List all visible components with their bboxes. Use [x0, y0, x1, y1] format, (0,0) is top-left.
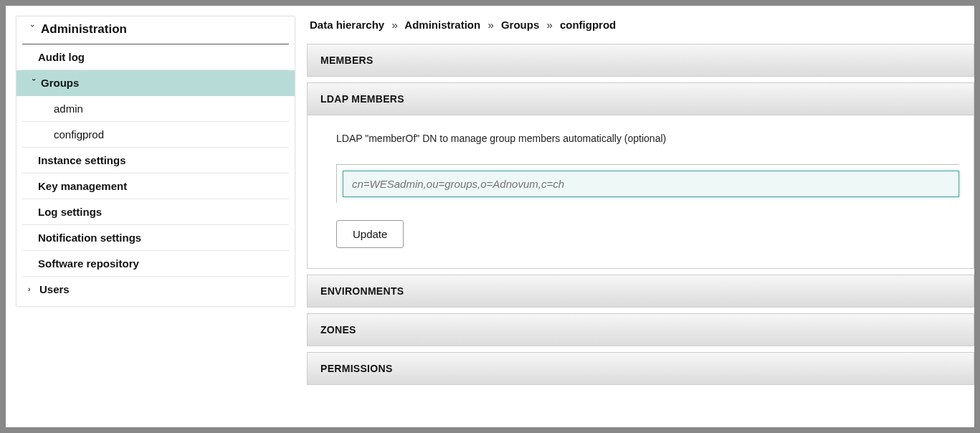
sidebar-section-label: Administration: [41, 22, 127, 37]
sidebar-item-audit-log[interactable]: Audit log: [22, 44, 289, 70]
sidebar-section-users[interactable]: › Users: [22, 277, 289, 302]
sidebar-item-label: Instance settings: [38, 154, 126, 166]
panel-permissions: PERMISSIONS: [307, 352, 974, 385]
sidebar-item-label: admin: [54, 103, 83, 115]
sidebar: › Administration Audit log › Groups admi…: [16, 16, 295, 307]
sidebar-item-instance-settings[interactable]: Instance settings: [22, 148, 289, 173]
update-button[interactable]: Update: [336, 220, 404, 248]
panel-environments: ENVIRONMENTS: [307, 275, 974, 308]
app-frame: › Administration Audit log › Groups admi…: [6, 6, 974, 427]
panel-head-members[interactable]: MEMBERS: [308, 44, 974, 76]
sidebar-item-label: Users: [39, 283, 70, 295]
panel-head-ldap[interactable]: LDAP MEMBERS: [308, 83, 974, 115]
sidebar-item-key-management[interactable]: Key management: [22, 173, 289, 199]
panel-body-ldap: LDAP "memberOf" DN to manage group membe…: [308, 115, 974, 268]
breadcrumb-part[interactable]: Administration: [404, 19, 480, 31]
breadcrumb-part[interactable]: configprod: [560, 19, 616, 31]
ldap-input-wrap: [336, 164, 959, 203]
panel-head-permissions[interactable]: PERMISSIONS: [308, 353, 974, 384]
breadcrumb: Data hierarchy » Administration » Groups…: [307, 16, 974, 44]
sidebar-item-groups[interactable]: › Groups: [16, 70, 295, 96]
sidebar-item-label: Key management: [38, 180, 127, 192]
panel-members: MEMBERS: [307, 44, 974, 77]
panel-head-zones[interactable]: ZONES: [308, 314, 974, 346]
sidebar-item-label: Software repository: [38, 257, 139, 270]
breadcrumb-sep: »: [546, 19, 552, 31]
sidebar-section-administration[interactable]: › Administration: [22, 16, 289, 44]
breadcrumb-part[interactable]: Data hierarchy: [310, 19, 384, 31]
sidebar-item-label: configprod: [54, 128, 104, 141]
breadcrumb-sep: »: [487, 19, 493, 31]
sidebar-item-admin[interactable]: admin: [22, 96, 289, 122]
sidebar-item-configprod[interactable]: configprod: [22, 122, 289, 148]
sidebar-item-software-repository[interactable]: Software repository: [22, 251, 289, 277]
sidebar-item-label: Notification settings: [38, 232, 141, 244]
breadcrumb-part[interactable]: Groups: [501, 19, 539, 31]
main-content: Data hierarchy » Administration » Groups…: [307, 16, 974, 427]
panel-zones: ZONES: [307, 313, 974, 346]
ldap-dn-input[interactable]: [343, 171, 959, 197]
sidebar-item-label: Audit log: [38, 51, 85, 63]
chevron-down-icon: ›: [30, 79, 38, 87]
breadcrumb-sep: »: [391, 19, 397, 31]
chevron-right-icon: ›: [28, 285, 37, 293]
sidebar-item-log-settings[interactable]: Log settings: [22, 199, 289, 225]
sidebar-item-label: Groups: [41, 77, 79, 89]
ldap-description: LDAP "memberOf" DN to manage group membe…: [336, 133, 959, 144]
chevron-down-icon: ›: [29, 24, 37, 34]
sidebar-item-label: Log settings: [38, 206, 102, 218]
sidebar-item-notification-settings[interactable]: Notification settings: [22, 225, 289, 251]
panel-ldap-members: LDAP MEMBERS LDAP "memberOf" DN to manag…: [307, 82, 974, 269]
panel-head-environments[interactable]: ENVIRONMENTS: [308, 275, 974, 307]
